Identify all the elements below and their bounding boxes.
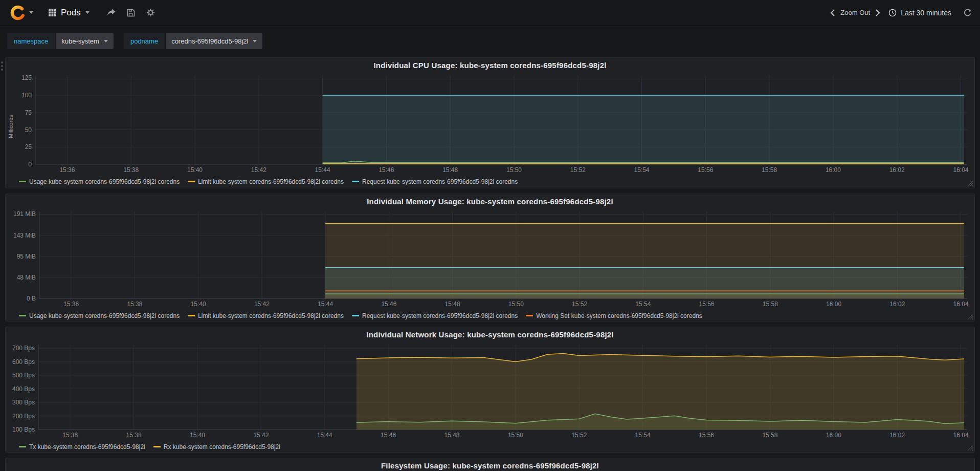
svg-text:16:04: 16:04 [953,301,969,308]
svg-text:15:40: 15:40 [187,166,203,174]
svg-text:15:48: 15:48 [445,301,460,308]
legend-item[interactable]: Request kube-system coredns-695f96dcd5-9… [352,312,518,319]
svg-text:15:56: 15:56 [698,166,713,174]
legend-label: Request kube-system coredns-695f96dcd5-9… [362,178,518,185]
chart-svg: 15:3615:3815:4015:4215:4415:4615:4815:50… [6,341,974,440]
cpu-legend: Usage kube-system coredns-695f96dcd5-98j… [6,175,974,187]
panel-title[interactable]: Individual Network Usage: kube-system co… [6,327,974,341]
legend-label: Usage kube-system coredns-695f96dcd5-98j… [29,312,180,319]
time-controls: Zoom Out Last 30 minutes [830,9,972,17]
svg-text:15:58: 15:58 [762,432,777,439]
legend-color-swatch [352,181,359,182]
variable-namespace-select[interactable]: kube-system [56,33,114,49]
sidebar-grip-handle[interactable] [1,61,3,63]
svg-text:25: 25 [25,143,32,151]
cpu-usage-chart[interactable]: Millicores 15:3615:3815:4015:4215:4415:4… [6,72,974,175]
legend-item[interactable]: Limit kube-system coredns-695f96dcd5-98j… [188,178,344,185]
legend-label: Usage kube-system coredns-695f96dcd5-98j… [29,178,180,185]
refresh-icon[interactable] [964,9,972,17]
save-icon[interactable] [127,9,135,17]
svg-text:125: 125 [21,74,32,81]
caret-down-icon [104,40,108,42]
variable-namespace-value: kube-system [61,37,99,45]
share-icon[interactable] [107,9,116,16]
legend-color-swatch [19,315,26,316]
panel-title[interactable]: Individual Memory Usage: kube-system cor… [6,194,974,208]
zoom-out-button[interactable]: Zoom Out [840,9,870,16]
time-range-picker[interactable]: Last 30 minutes [888,9,951,17]
series-areas [357,354,964,430]
legend-color-swatch [19,181,26,182]
dashboard-panels: Individual CPU Usage: kube-system coredn… [0,57,980,471]
legend-label: Limit kube-system coredns-695f96dcd5-98j… [198,178,344,185]
time-range-label: Last 30 minutes [901,9,951,17]
svg-text:15:50: 15:50 [508,432,523,439]
legend-label: Tx kube-system coredns-695f96dcd5-98j2l [29,443,145,451]
x-axis-labels: 15:3615:3815:4015:4215:4415:4615:4815:50… [59,166,968,174]
svg-text:0: 0 [28,161,32,168]
svg-text:15:58: 15:58 [763,301,778,308]
legend-color-swatch [188,181,195,182]
grafana-logo-icon [10,5,26,20]
variable-namespace: namespace kube-system [7,33,114,49]
svg-text:15:38: 15:38 [127,301,142,308]
svg-text:100: 100 [21,92,32,99]
panel-memory-usage: Individual Memory Usage: kube-system cor… [5,194,975,322]
legend-item[interactable]: Request kube-system coredns-695f96dcd5-9… [352,178,518,185]
series-areas [325,223,964,298]
svg-text:15:42: 15:42 [254,301,270,308]
network-usage-chart[interactable]: 15:3615:3815:4015:4215:4415:4615:4815:50… [6,341,974,440]
memory-usage-chart[interactable]: 15:3615:3815:4015:4215:4415:4615:4815:50… [6,208,974,309]
dashboard-picker-button[interactable]: Pods [43,5,95,21]
svg-text:15:44: 15:44 [317,432,332,439]
time-shift-forward-button[interactable] [875,9,880,17]
svg-text:15:46: 15:46 [378,166,394,174]
svg-text:700 Bps: 700 Bps [12,345,35,352]
legend-item[interactable]: Limit kube-system coredns-695f96dcd5-98j… [188,312,344,319]
grafana-logo-button[interactable] [8,4,35,22]
svg-text:16:02: 16:02 [889,432,905,439]
network-legend: Tx kube-system coredns-695f96dcd5-98j2lR… [6,440,974,452]
svg-text:15:36: 15:36 [59,166,75,174]
panel-network-usage: Individual Network Usage: kube-system co… [5,327,975,453]
legend-item[interactable]: Working Set kube-system coredns-695f96dc… [526,312,702,319]
y-axis-labels: 100 Bps200 Bps300 Bps400 Bps500 Bps600 B… [12,345,35,433]
svg-text:500 Bps: 500 Bps [12,372,35,379]
legend-color-swatch [153,446,161,447]
series-areas [323,95,964,164]
svg-text:16:02: 16:02 [889,301,905,308]
memory-legend: Usage kube-system coredns-695f96dcd5-98j… [6,309,974,321]
svg-text:15:56: 15:56 [699,301,715,308]
y-axis-labels: 0 B48 MiB95 MiB143 MiB191 MiB [13,210,36,302]
legend-item[interactable]: Usage kube-system coredns-695f96dcd5-98j… [19,312,180,319]
legend-item[interactable]: Rx kube-system coredns-695f96dcd5-98j2l [153,443,280,451]
svg-text:15:40: 15:40 [191,301,206,308]
panel-title[interactable]: Individual CPU Usage: kube-system coredn… [6,58,974,72]
legend-color-swatch [526,315,533,316]
chart-svg: 15:3615:3815:4015:4215:4415:4615:4815:50… [6,208,974,309]
svg-text:15:58: 15:58 [762,166,777,174]
caret-down-icon [29,11,33,14]
svg-text:75: 75 [25,109,32,116]
svg-text:15:38: 15:38 [123,166,139,174]
legend-item[interactable]: Usage kube-system coredns-695f96dcd5-98j… [19,178,180,185]
legend-color-swatch [188,315,195,316]
svg-text:15:56: 15:56 [699,432,714,439]
gear-icon[interactable] [146,8,155,17]
panel-cpu-usage: Individual CPU Usage: kube-system coredn… [5,57,975,188]
dashboard-actions [107,8,155,17]
time-shift-back-button[interactable] [830,9,835,17]
svg-text:600 Bps: 600 Bps [12,358,35,366]
variable-podname-label: podname [124,33,165,49]
svg-text:15:48: 15:48 [442,166,458,174]
panel-filesystem-usage: Filesystem Usage: kube-system coredns-69… [5,458,975,471]
svg-text:15:54: 15:54 [635,301,651,308]
svg-text:300 Bps: 300 Bps [12,399,35,406]
caret-down-icon [85,11,90,14]
legend-item[interactable]: Tx kube-system coredns-695f96dcd5-98j2l [19,443,145,451]
y-axis-labels: 0255075100125 [21,74,32,168]
panel-title[interactable]: Filesystem Usage: kube-system coredns-69… [6,458,974,471]
variable-podname-select[interactable]: coredns-695f96dcd5-98j2l [166,33,262,49]
x-axis-labels: 15:3615:3815:4015:4215:4415:4615:4815:50… [62,432,969,439]
legend-label: Rx kube-system coredns-695f96dcd5-98j2l [164,443,280,451]
